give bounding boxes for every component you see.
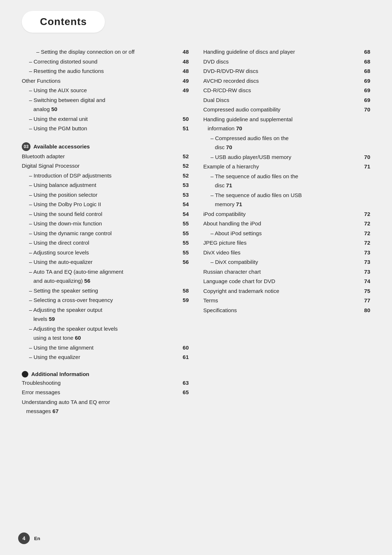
toc-line: – Using the sound field control 54 — [29, 209, 189, 219]
toc-line: CD-R/CD-RW discs 69 — [203, 86, 370, 95]
toc-line: About handling the iPod 72 — [203, 219, 370, 228]
toc-wrap-line: Handling guideline and supplemental info… — [203, 115, 370, 133]
toc-line: Other Functions 49 — [22, 76, 189, 86]
toc-line: – Using the down-mix function 55 — [29, 219, 189, 228]
toc-line: – USB audio player/USB memory 70 — [211, 152, 370, 162]
toc-wrap-line: – Adjusting the speaker output levels 59 — [29, 305, 189, 324]
right-column: Handling guideline of discs and player 6… — [203, 47, 370, 416]
toc-line: – Using balance adjustment 53 — [29, 180, 189, 190]
title-box: Contents — [22, 11, 105, 33]
section-badge-03: 03 — [22, 142, 30, 151]
toc-line: DVD discs 68 — [203, 57, 370, 66]
toc-line: Dual Discs 69 — [203, 95, 370, 105]
toc-line: – Using the AUX source 49 — [29, 86, 189, 95]
toc-line: Digital Signal Processor 52 — [22, 161, 189, 171]
toc-line: Language code chart for DVD 74 — [203, 277, 370, 286]
page: Contents – Setting the display connectio… — [0, 0, 392, 555]
content-area: – Setting the display connection on or o… — [0, 40, 392, 438]
toc-line: – Using the time alignment 60 — [29, 343, 189, 352]
toc-line: Error messages 65 — [22, 388, 189, 397]
toc-line: Example of a hierarchy 71 — [203, 162, 370, 171]
toc-line: – Resetting the audio functions 48 — [29, 66, 189, 76]
additional-info-header: Additional Information — [22, 371, 189, 378]
toc-line: – Correcting distorted sound 48 — [29, 57, 189, 66]
toc-line: – Selecting a cross-over frequency 59 — [29, 295, 189, 305]
page-title: Contents — [40, 16, 87, 28]
toc-line: AVCHD recorded discs 69 — [203, 76, 370, 86]
toc-wrap-line: – Auto TA and EQ (auto-time alignment an… — [29, 267, 189, 286]
toc-line: – Using the Dolby Pro Logic II 54 — [29, 200, 189, 209]
toc-wrap-line: – Compressed audio files on the disc 70 — [211, 134, 370, 152]
toc-line: – Using the equalizer 61 — [29, 352, 189, 362]
section-03-header: 03 Available accessories — [22, 142, 189, 151]
toc-line: – Using the position selector 53 — [29, 190, 189, 200]
language-label: En — [34, 536, 40, 541]
toc-line: Copyright and trademark notice 75 — [203, 286, 370, 296]
toc-line: JPEG picture files 72 — [203, 238, 370, 248]
toc-line: – Using the external unit 50 — [29, 114, 189, 124]
title-bar: Contents — [0, 0, 392, 40]
toc-line: – DivX compatibility 73 — [211, 257, 370, 267]
toc-line: Compressed audio compatibility 70 — [203, 105, 370, 114]
filled-badge — [22, 371, 28, 378]
toc-line: – Introduction of DSP adjustments 52 — [29, 171, 189, 180]
right-column-items: Handling guideline of discs and player 6… — [203, 47, 370, 315]
toc-line: Russian character chart 73 — [203, 267, 370, 277]
continuation-items: – Setting the display connection on or o… — [22, 47, 189, 133]
toc-line: – Using the PGM button 51 — [29, 124, 189, 133]
toc-line: Troubleshooting 63 — [22, 378, 189, 388]
toc-wrap-line: – The sequence of audio files on the dis… — [211, 172, 370, 190]
toc-line: – About iPod settings 72 — [211, 229, 370, 238]
toc-line: Handling guideline of discs and player 6… — [203, 47, 370, 57]
footer: 4 En — [18, 532, 40, 544]
page-number: 4 — [23, 535, 25, 541]
toc-line: – Setting the speaker setting 58 — [29, 286, 189, 295]
page-number-box: 4 — [18, 532, 30, 544]
toc-line: iPod compatibility 72 — [203, 209, 370, 219]
toc-wrap-line: – Switching between digital and analog 5… — [29, 95, 189, 114]
toc-line: Terms 77 — [203, 296, 370, 305]
toc-line: – Using the dynamic range control 55 — [29, 229, 189, 238]
toc-line: – Setting the display connection on or o… — [36, 47, 189, 57]
toc-wrap-line: – Adjusting the speaker output levels us… — [29, 324, 189, 343]
toc-wrap-line: – The sequence of audio files on USB mem… — [211, 191, 370, 209]
toc-line: – Using the auto-equalizer 56 — [29, 257, 189, 267]
section-03-title: Available accessories — [33, 143, 90, 150]
additional-info-items: Troubleshooting 63 Error messages 65 Und… — [22, 378, 189, 416]
additional-info-title: Additional Information — [31, 371, 89, 377]
toc-line: Specifications 80 — [203, 306, 370, 315]
toc-line: DVD-R/DVD-RW discs 68 — [203, 66, 370, 76]
toc-wrap-line: Understanding auto TA and EQ error messa… — [22, 397, 189, 416]
toc-line: DivX video files 73 — [203, 248, 370, 257]
toc-line: – Using the direct control 55 — [29, 238, 189, 248]
left-column: – Setting the display connection on or o… — [22, 47, 189, 416]
section-03-items: Bluetooth adapter 52 Digital Signal Proc… — [22, 152, 189, 362]
toc-line: – Adjusting source levels 55 — [29, 248, 189, 257]
toc-line: Bluetooth adapter 52 — [22, 152, 189, 161]
